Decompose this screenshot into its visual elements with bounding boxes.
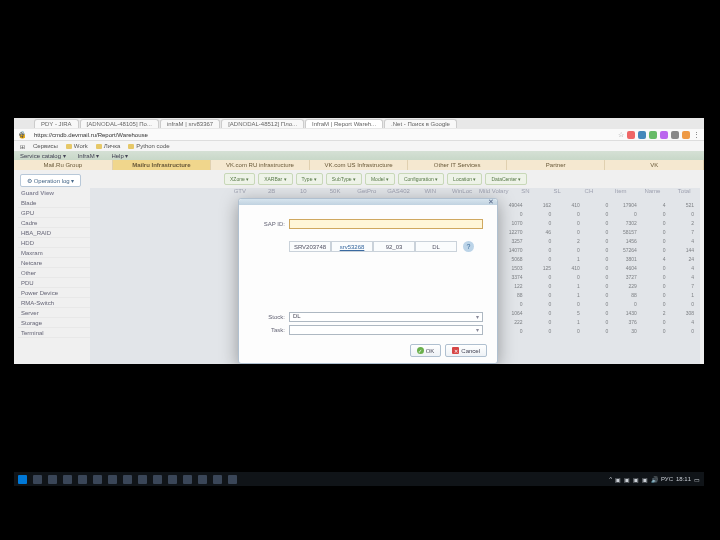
taskbar-app-icon[interactable] [108,475,117,484]
section-tab[interactable]: VK.com RU infrastructure [211,160,310,170]
tray-icon[interactable]: ▣ [624,476,630,483]
ok-button[interactable]: ✓ OK [410,344,442,357]
filter-datacenter[interactable]: DataCenter ▾ [485,173,527,185]
tray-clock[interactable]: 18:11 [676,476,691,482]
bookmark-item[interactable]: Сервисы [33,143,58,149]
taskbar-app-icon[interactable] [213,475,222,484]
browser-tab[interactable]: PDY - JIRA [34,119,79,128]
menu-help[interactable]: Help ▾ [111,152,128,159]
filter-model[interactable]: Model ▾ [365,173,395,185]
menu-infram[interactable]: InfraM ▾ [78,152,100,159]
taskbar-app-icon[interactable] [183,475,192,484]
sidebar-header: Guard View [18,188,90,198]
dialog-titlebar[interactable] [239,199,497,205]
taskbar-app-icon[interactable] [93,475,102,484]
section-tab[interactable]: VK [605,160,704,170]
section-tab[interactable]: Other IT Services [408,160,507,170]
bookmark-folder[interactable]: Python code [128,143,169,149]
section-tab[interactable]: Partner [507,160,606,170]
extension-icon[interactable] [649,131,657,139]
taskbar-app-icon[interactable] [228,475,237,484]
task-select[interactable] [289,325,483,335]
sidebar-item[interactable]: Terminal [18,328,90,338]
taskbar-search-icon[interactable] [33,475,42,484]
menu-icon[interactable]: ⋮ [693,131,700,139]
sidebar-item[interactable]: PDU [18,278,90,288]
help-icon[interactable]: ? [463,241,474,252]
tray-volume-icon[interactable]: 🔊 [651,476,658,483]
bookmark-folder[interactable]: Личка [96,143,121,149]
address-bar: ← → ⟳ ⌂ 🔒 https://cmdb.devmail.ru/Report… [14,129,704,141]
home-button[interactable]: ⌂ [18,131,25,138]
folder-icon [66,144,72,149]
taskbar-app-icon[interactable] [78,475,87,484]
extension-icon[interactable] [638,131,646,139]
windows-taskbar: ^ ▣ ▣ ▣ ▣ 🔊 РУС 18:11 ▭ [14,472,704,486]
stock-label: Stock: [253,314,285,320]
extension-icons [627,131,690,139]
sap-id-input[interactable] [289,219,483,229]
x-icon: ✕ [452,347,459,354]
extension-icon[interactable] [660,131,668,139]
browser-tab[interactable]: infraM | srv83367 [160,119,220,128]
tray-language[interactable]: РУС [661,476,673,482]
taskbar-app-icon[interactable] [123,475,132,484]
section-tab-active[interactable]: Mailru Infrastructure [113,160,212,170]
bookmarks-bar: ⊞ Сервисы Work Личка Python code [14,141,704,151]
browser-tab[interactable]: [ADNODAL-48512] Пло... [221,119,304,128]
sidebar-item[interactable]: Power Device [18,288,90,298]
sidebar-item[interactable]: Maxram [18,248,90,258]
browser-window: — ▭ ✕ PDY - JIRA [ADNODAL-48105] По... i… [14,118,704,364]
taskbar-app-icon[interactable] [63,475,72,484]
sidebar-item[interactable]: Netcare [18,258,90,268]
sidebar-item[interactable]: Cadre [18,218,90,228]
sidebar-item[interactable]: Server [18,308,90,318]
operation-log-button[interactable]: ⚙ Operation log ▾ [20,174,81,187]
extension-icon[interactable] [671,131,679,139]
menu-service-catalog[interactable]: Service catalog ▾ [20,152,66,159]
sidebar-item[interactable]: HDD [18,238,90,248]
filter-location[interactable]: Location ▾ [447,173,482,185]
bookmark-folder[interactable]: Work [66,143,88,149]
extension-icon[interactable] [682,131,690,139]
sidebar-item[interactable]: GPU [18,208,90,218]
section-tab[interactable]: Mail.Ru Group [14,160,113,170]
cancel-button[interactable]: ✕ Cancel [445,344,487,357]
filter-xarbar[interactable]: XARBar ▾ [258,173,292,185]
system-tray[interactable]: ^ ▣ ▣ ▣ ▣ 🔊 РУС 18:11 ▭ [609,476,700,483]
taskbar-app-icon[interactable] [198,475,207,484]
filter-type[interactable]: Type ▾ [296,173,323,185]
sap-id-label: SAP ID: [253,221,285,227]
taskbar-app-icon[interactable] [153,475,162,484]
filter-subtype[interactable]: SubType ▾ [326,173,362,185]
stock-select[interactable]: DL [289,312,483,322]
browser-tab-active[interactable]: InfraM | Report Wareh... [305,119,383,128]
url-field[interactable]: https://cmdb.devmail.ru/Report/Warehouse [30,132,615,138]
sidebar-item[interactable]: RMA-Switch [18,298,90,308]
tray-icon[interactable]: ▣ [615,476,621,483]
tray-icon[interactable]: ▣ [633,476,639,483]
info-cell-dl: DL [415,241,457,252]
browser-tab[interactable]: [ADNODAL-48105] По... [80,119,159,128]
start-button[interactable] [18,475,27,484]
sidebar-item[interactable]: Storage [18,318,90,328]
apps-icon[interactable]: ⊞ [20,143,25,150]
sidebar-item[interactable]: Other [18,268,90,278]
extension-icon[interactable] [627,131,635,139]
taskbar-app-icon[interactable] [168,475,177,484]
taskbar-app-icon[interactable] [138,475,147,484]
tray-chevron-icon[interactable]: ^ [609,476,612,482]
browser-tab[interactable]: .Net - Поиск в Google [384,119,457,128]
check-icon: ✓ [417,347,424,354]
sidebar-item[interactable]: Blade [18,198,90,208]
info-cell-link[interactable]: srv53268 [331,241,373,252]
sidebar-item[interactable]: HBA_RAID [18,228,90,238]
dialog-close-button[interactable]: ✕ [488,198,494,206]
section-tab[interactable]: VK.com US Infrastructure [310,160,409,170]
tray-notifications-icon[interactable]: ▭ [694,476,700,483]
tray-network-icon[interactable]: ▣ [642,476,648,483]
taskview-icon[interactable] [48,475,57,484]
filter-xzone[interactable]: XZone ▾ [224,173,255,185]
filter-configuration[interactable]: Configuration ▾ [398,173,444,185]
star-icon[interactable]: ☆ [618,131,624,139]
